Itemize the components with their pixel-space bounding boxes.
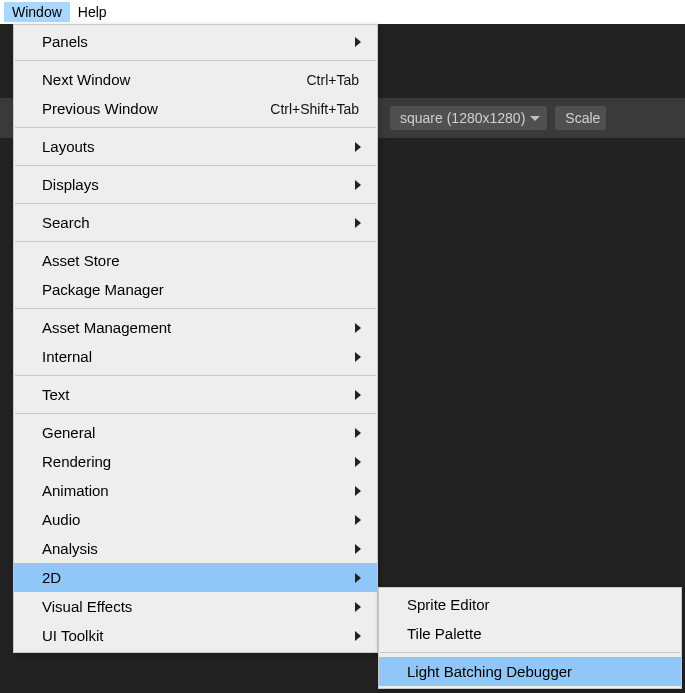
menu-label: Tile Palette — [407, 625, 667, 642]
menu-item-asset-management[interactable]: Asset Management — [14, 313, 377, 342]
menu-item-analysis[interactable]: Analysis — [14, 534, 377, 563]
menu-item-displays[interactable]: Displays — [14, 170, 377, 199]
chevron-right-icon — [355, 602, 361, 612]
menu-item-tile-palette[interactable]: Tile Palette — [379, 619, 681, 648]
menu-label: Text — [42, 386, 355, 403]
menu-label: Asset Management — [42, 319, 355, 336]
submenu-2d: Sprite Editor Tile Palette Light Batchin… — [378, 587, 682, 689]
menu-item-2d[interactable]: 2D — [14, 563, 377, 592]
menu-item-layouts[interactable]: Layouts — [14, 132, 377, 161]
chevron-right-icon — [355, 573, 361, 583]
chevron-right-icon — [355, 515, 361, 525]
chevron-right-icon — [355, 544, 361, 554]
menu-item-light-batching-debugger[interactable]: Light Batching Debugger — [379, 657, 681, 686]
menu-item-animation[interactable]: Animation — [14, 476, 377, 505]
chevron-right-icon — [355, 352, 361, 362]
menu-label: Sprite Editor — [407, 596, 667, 613]
scale-control[interactable]: Scale — [555, 106, 606, 130]
menu-separator — [15, 375, 376, 376]
menu-label: Previous Window — [42, 100, 270, 117]
menu-label: Displays — [42, 176, 355, 193]
chevron-right-icon — [355, 218, 361, 228]
menu-item-next-window[interactable]: Next Window Ctrl+Tab — [14, 65, 377, 94]
menu-separator — [15, 241, 376, 242]
menu-label: Analysis — [42, 540, 355, 557]
menu-label: General — [42, 424, 355, 441]
menu-label: UI Toolkit — [42, 627, 355, 644]
menu-label: Visual Effects — [42, 598, 355, 615]
menu-separator — [15, 203, 376, 204]
menu-item-previous-window[interactable]: Previous Window Ctrl+Shift+Tab — [14, 94, 377, 123]
menu-separator — [15, 413, 376, 414]
chevron-right-icon — [355, 180, 361, 190]
resolution-dropdown[interactable]: square (1280x1280) — [390, 106, 547, 130]
chevron-right-icon — [355, 428, 361, 438]
chevron-right-icon — [355, 457, 361, 467]
menu-help[interactable]: Help — [70, 2, 115, 22]
menu-item-audio[interactable]: Audio — [14, 505, 377, 534]
menu-label: Rendering — [42, 453, 355, 470]
menu-separator — [380, 652, 680, 653]
menu-separator — [15, 308, 376, 309]
menu-label: 2D — [42, 569, 355, 586]
menu-item-asset-store[interactable]: Asset Store — [14, 246, 377, 275]
chevron-right-icon — [355, 323, 361, 333]
menu-window[interactable]: Window — [4, 2, 70, 22]
chevron-right-icon — [355, 142, 361, 152]
shortcut: Ctrl+Shift+Tab — [270, 101, 359, 117]
window-dropdown-menu: Panels Next Window Ctrl+Tab Previous Win… — [13, 24, 378, 653]
menubar: Window Help — [0, 0, 685, 24]
menu-label: Next Window — [42, 71, 306, 88]
menu-item-rendering[interactable]: Rendering — [14, 447, 377, 476]
menu-item-internal[interactable]: Internal — [14, 342, 377, 371]
menu-label: Layouts — [42, 138, 355, 155]
chevron-right-icon — [355, 390, 361, 400]
resolution-label: square (1280x1280) — [400, 110, 525, 126]
menu-label: Animation — [42, 482, 355, 499]
menu-item-visual-effects[interactable]: Visual Effects — [14, 592, 377, 621]
menu-separator — [15, 60, 376, 61]
menu-label: Panels — [42, 33, 355, 50]
chevron-right-icon — [355, 631, 361, 641]
chevron-right-icon — [355, 37, 361, 47]
menu-item-search[interactable]: Search — [14, 208, 377, 237]
menu-label: Asset Store — [42, 252, 363, 269]
menu-item-sprite-editor[interactable]: Sprite Editor — [379, 590, 681, 619]
menu-label: Internal — [42, 348, 355, 365]
menu-item-panels[interactable]: Panels — [14, 27, 377, 56]
menu-label: Light Batching Debugger — [407, 663, 667, 680]
shortcut: Ctrl+Tab — [306, 72, 359, 88]
menu-item-ui-toolkit[interactable]: UI Toolkit — [14, 621, 377, 650]
menu-separator — [15, 165, 376, 166]
scale-label: Scale — [565, 110, 600, 126]
menu-separator — [15, 127, 376, 128]
menu-item-text[interactable]: Text — [14, 380, 377, 409]
menu-label: Search — [42, 214, 355, 231]
chevron-right-icon — [355, 486, 361, 496]
menu-label: Audio — [42, 511, 355, 528]
menu-item-package-manager[interactable]: Package Manager — [14, 275, 377, 304]
menu-item-general[interactable]: General — [14, 418, 377, 447]
menu-label: Package Manager — [42, 281, 363, 298]
